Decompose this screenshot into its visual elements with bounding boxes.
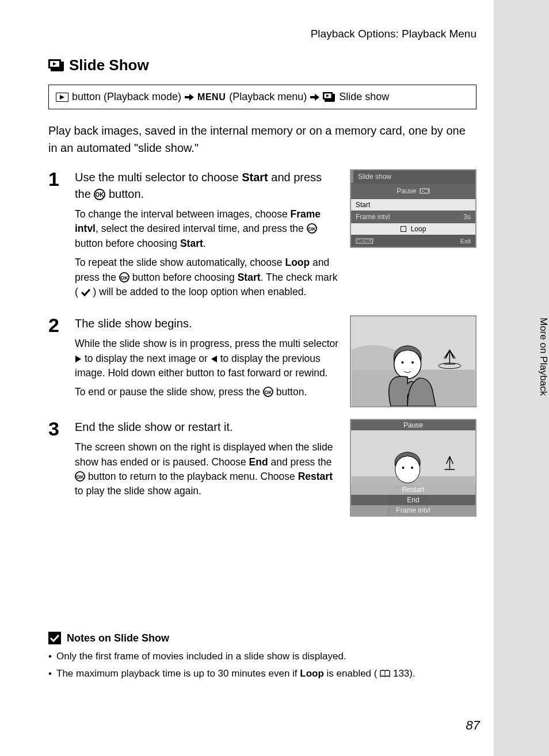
svg-point-20	[394, 350, 421, 379]
arrow-right-icon	[310, 94, 319, 101]
step-1: 1 Use the multi selector to choose Start…	[48, 169, 476, 304]
slideshow-preview-illustration	[350, 315, 476, 407]
slideshow-pause-illustration: Pause Restart End Frame intvl	[350, 419, 476, 517]
svg-point-21	[402, 361, 404, 364]
notes-title-text: Notes on Slide Show	[67, 632, 169, 644]
breadcrumb-menu: MENU	[197, 92, 226, 102]
lcd-slideshow-menu: Slide show PauseOK Start Frame intvl3s L…	[350, 169, 476, 248]
step-2-p1: While the slide show is in progress, pre…	[75, 337, 340, 380]
right-arrow-icon	[75, 355, 82, 363]
section-title-text: Slide Show	[69, 56, 149, 74]
ok-button-icon: OK	[307, 223, 317, 234]
left-arrow-icon	[211, 355, 218, 363]
breadcrumb: button (Playback mode) MENU (Playback me…	[48, 85, 476, 109]
svg-rect-3	[51, 68, 63, 71]
intro-text: Play back images, saved in the internal …	[48, 122, 476, 156]
slideshow-icon	[323, 92, 336, 102]
section-title: Slide Show	[48, 56, 476, 74]
arrow-right-icon	[185, 94, 194, 101]
step-3-p1: The screen shown on the right is display…	[75, 440, 340, 499]
svg-point-28	[402, 467, 404, 469]
lcd-loop-row: Loop	[351, 223, 475, 235]
notes-check-icon	[48, 632, 61, 644]
step-1-p2: To repeat the slide show automatically, …	[75, 255, 340, 299]
step-2: 2 The slide show begins. While the slide…	[48, 315, 476, 407]
step-2-number: 2	[48, 315, 66, 407]
step-2-p2: To end or pause the slide show, press th…	[75, 385, 340, 399]
svg-text:OK: OK	[120, 274, 128, 280]
book-ref-icon	[380, 670, 390, 678]
lcd-exit-row: MENU Exit	[351, 235, 475, 247]
ok-button-icon: OK	[94, 189, 105, 200]
step-3-number: 3	[48, 419, 66, 517]
slideshow-icon	[48, 59, 64, 72]
step-3: 3 End the slide show or restart it. The …	[48, 419, 476, 517]
lcd2-restart: Restart	[351, 484, 475, 495]
svg-point-22	[411, 361, 414, 364]
checkbox-icon	[401, 226, 406, 232]
svg-point-29	[411, 467, 413, 469]
breadcrumb-b1: button (Playback mode)	[72, 91, 181, 103]
ok-button-icon: OK	[119, 272, 129, 282]
page-number: 87	[466, 718, 480, 733]
lcd-pause-row: PauseOK	[351, 183, 475, 198]
lcd-title: Slide show	[351, 170, 475, 183]
notes-section: Notes on Slide Show Only the first frame…	[48, 632, 476, 681]
step-1-p1: To change the interval between images, c…	[75, 207, 340, 251]
step-3-title: End the slide show or restart it.	[75, 419, 340, 436]
breadcrumb-b3: Slide show	[339, 91, 389, 103]
lcd2-pause: Pause	[351, 420, 475, 430]
lcd-frame-row: Frame intvl3s	[351, 211, 475, 223]
menu-badge-icon: MENU	[356, 238, 373, 244]
ok-button-icon: OK	[75, 471, 85, 482]
svg-point-27	[395, 456, 420, 483]
note-1: Only the first frame of movies included …	[48, 649, 476, 664]
svg-rect-8	[325, 100, 334, 102]
ok-badge-icon: OK	[420, 188, 430, 194]
page-header: Playback Options: Playback Menu	[0, 28, 494, 40]
step-1-number: 1	[48, 169, 66, 304]
step-2-title: The slide show begins.	[75, 315, 340, 332]
check-icon	[81, 288, 90, 296]
svg-text:OK: OK	[264, 390, 272, 395]
svg-text:OK: OK	[96, 192, 105, 198]
svg-text:OK: OK	[308, 226, 316, 232]
note-2: The maximum playback time is up to 30 mi…	[48, 666, 476, 681]
ok-button-icon: OK	[263, 387, 273, 397]
lcd2-end: End	[351, 495, 475, 505]
side-tab-text: More on Playback	[494, 311, 549, 403]
svg-text:OK: OK	[76, 474, 84, 480]
breadcrumb-b2: (Playback menu)	[229, 91, 307, 103]
playback-icon	[56, 93, 68, 102]
lcd-start-row: Start	[351, 198, 475, 211]
step-1-title: Use the multi selector to choose Start a…	[75, 169, 340, 203]
lcd2-frame: Frame intvl	[351, 505, 475, 516]
